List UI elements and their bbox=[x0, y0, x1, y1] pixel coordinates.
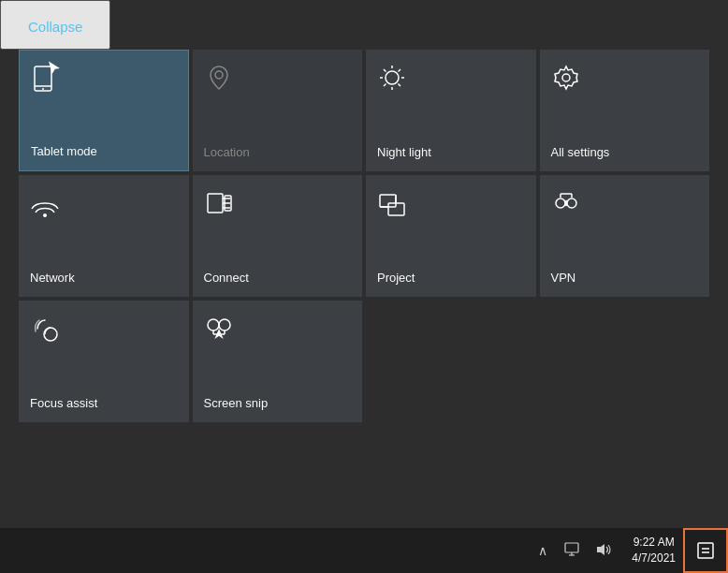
svg-line-12 bbox=[384, 84, 386, 87]
taskbar-clock[interactable]: 9:22 AM 4/7/2021 bbox=[624, 535, 683, 566]
connect-icon bbox=[204, 188, 234, 218]
tile-empty-1 bbox=[366, 301, 536, 422]
svg-marker-38 bbox=[597, 544, 604, 555]
tile-location[interactable]: Location bbox=[193, 50, 363, 171]
collapse-button[interactable]: Collapse bbox=[0, 0, 110, 50]
quick-actions-grid: Tablet mode Location Night li bbox=[0, 50, 728, 528]
tile-label-focus-assist: Focus assist bbox=[30, 396, 97, 411]
tile-vpn[interactable]: VPN bbox=[540, 175, 710, 297]
svg-point-3 bbox=[215, 71, 223, 79]
tile-all-settings[interactable]: All settings bbox=[540, 50, 710, 171]
tile-label-night-light: Night light bbox=[377, 145, 431, 160]
location-icon bbox=[204, 63, 234, 93]
notification-icon bbox=[696, 541, 715, 560]
cursor-overlay-icon bbox=[46, 60, 63, 77]
svg-line-9 bbox=[384, 69, 386, 72]
svg-point-25 bbox=[567, 198, 576, 208]
tile-network[interactable]: Network bbox=[19, 175, 189, 297]
svg-line-11 bbox=[399, 69, 401, 72]
svg-point-13 bbox=[562, 74, 570, 81]
focus-assist-icon bbox=[30, 314, 60, 344]
clock-date: 4/7/2021 bbox=[632, 551, 676, 566]
screen-snip-icon bbox=[204, 314, 234, 344]
tile-tablet-mode[interactable]: Tablet mode bbox=[19, 50, 189, 171]
svg-point-31 bbox=[219, 319, 230, 331]
project-icon bbox=[377, 188, 407, 218]
tile-focus-assist[interactable]: Focus assist bbox=[19, 301, 189, 422]
svg-point-24 bbox=[556, 198, 565, 208]
display-svg bbox=[564, 542, 579, 557]
tile-label-all-settings: All settings bbox=[551, 145, 610, 160]
tile-label-network: Network bbox=[30, 271, 75, 286]
svg-point-30 bbox=[208, 319, 219, 331]
tile-label-tablet-mode: Tablet mode bbox=[31, 144, 97, 159]
network-icon bbox=[30, 188, 60, 218]
taskbar-system-icons: ∧ bbox=[0, 538, 624, 564]
tile-screen-snip[interactable]: Screen snip bbox=[193, 301, 363, 422]
svg-rect-15 bbox=[208, 194, 223, 213]
tile-label-screen-snip: Screen snip bbox=[204, 396, 269, 411]
volume-icon[interactable] bbox=[592, 538, 617, 564]
tile-label-location: Location bbox=[204, 145, 250, 160]
chevron-up-icon[interactable]: ∧ bbox=[534, 539, 551, 562]
vpn-icon bbox=[551, 188, 581, 218]
tile-empty-2 bbox=[540, 301, 710, 422]
svg-point-14 bbox=[43, 213, 47, 217]
clock-time: 9:22 AM bbox=[633, 535, 675, 551]
volume-svg bbox=[596, 542, 613, 557]
svg-line-10 bbox=[399, 84, 401, 87]
svg-point-4 bbox=[386, 71, 399, 84]
tile-connect[interactable]: Connect bbox=[193, 175, 363, 297]
night-light-icon bbox=[377, 63, 407, 93]
tile-label-project: Project bbox=[377, 271, 415, 286]
all-settings-icon bbox=[551, 63, 581, 93]
tile-project[interactable]: Project bbox=[366, 175, 536, 297]
taskbar: ∧ 9:22 AM 4/7/2021 bbox=[0, 528, 728, 573]
svg-rect-35 bbox=[565, 543, 578, 552]
notification-center-button[interactable] bbox=[683, 528, 728, 573]
action-center: Collapse Tablet mode Location bbox=[0, 0, 728, 573]
svg-point-2 bbox=[42, 88, 44, 90]
display-icon[interactable] bbox=[561, 538, 583, 564]
tile-label-connect: Connect bbox=[204, 271, 249, 286]
svg-rect-39 bbox=[698, 543, 713, 558]
tile-night-light[interactable]: Night light bbox=[366, 50, 536, 171]
tile-label-vpn: VPN bbox=[551, 271, 576, 286]
